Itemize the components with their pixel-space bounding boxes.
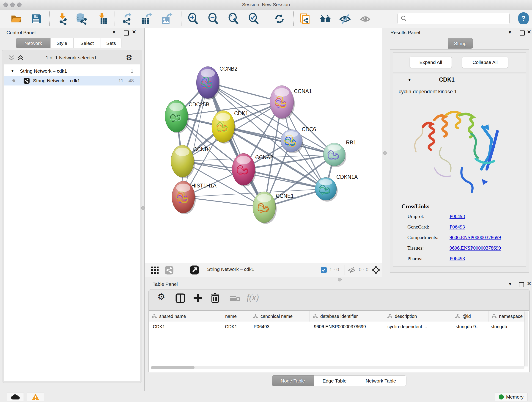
float-panel-icon[interactable]	[519, 282, 524, 287]
hide-selected-eye-icon[interactable]	[339, 13, 351, 25]
splitter-handle[interactable]	[383, 151, 387, 155]
cell-description[interactable]: cyclin-dependent ...	[384, 322, 452, 332]
expand-all-icon[interactable]	[17, 55, 24, 61]
network-node-ccnb1[interactable]: CCNB1	[171, 145, 211, 178]
horizontal-splitter-handle[interactable]	[338, 278, 342, 281]
collapse-all-icon[interactable]	[8, 55, 15, 61]
panel-menu-icon[interactable]: ▾	[509, 30, 511, 35]
zoom-fit-icon[interactable]	[228, 13, 240, 25]
cell-canonical-name[interactable]: P06493	[250, 322, 310, 332]
open-session-icon[interactable]	[10, 13, 22, 25]
search-input[interactable]	[409, 16, 509, 22]
save-session-icon[interactable]	[30, 13, 42, 25]
tab-style[interactable]: Style	[51, 38, 73, 48]
network-node-ccnb2[interactable]: CCNB2	[196, 66, 237, 100]
selected-checkbox[interactable]	[321, 267, 327, 273]
search-field[interactable]	[398, 13, 510, 24]
horizontal-scrollbar[interactable]	[151, 366, 525, 369]
network-edge[interactable]	[183, 83, 208, 197]
vertical-splitter[interactable]	[382, 28, 388, 277]
home-icon[interactable]	[319, 13, 331, 25]
expander-icon[interactable]: ▼	[11, 69, 14, 73]
tab-network[interactable]: Network	[16, 38, 51, 48]
open-in-window-icon[interactable]	[190, 265, 199, 275]
network-node-rb1[interactable]: RB1	[323, 140, 356, 167]
tab-sets[interactable]: Sets	[101, 38, 121, 48]
expand-all-button[interactable]: Expand All	[410, 57, 452, 68]
network-collection-row[interactable]: ▼ String Network – cdk1 1	[4, 66, 140, 76]
zoom-in-icon[interactable]	[187, 13, 199, 25]
delete-column-icon[interactable]	[210, 293, 220, 303]
column-header[interactable]: namespace	[488, 311, 525, 322]
center-view-icon[interactable]	[371, 265, 381, 275]
grid-view-icon[interactable]	[151, 266, 159, 274]
cell-id[interactable]: stringdb:9...	[452, 322, 488, 332]
warnings-button[interactable]	[27, 393, 44, 401]
column-header[interactable]: name	[212, 311, 250, 322]
column-header[interactable]: database identifier	[310, 311, 384, 322]
tab-string[interactable]: String	[448, 38, 473, 49]
memory-button[interactable]: Memory	[495, 393, 527, 401]
table-options-gear-icon[interactable]: ⚙	[157, 292, 165, 302]
cell-name[interactable]: CDK1	[212, 322, 250, 332]
hidden-eye-icon[interactable]	[348, 267, 355, 274]
gene-entry-header[interactable]: ▼ CDK1	[393, 74, 526, 86]
network-view-share-icon[interactable]	[165, 266, 174, 275]
float-panel-icon[interactable]	[124, 31, 129, 36]
table-row[interactable]: CDK1 CDK1 P06493 9606.ENSP00000378699 cy…	[149, 322, 529, 332]
show-all-eye-icon[interactable]	[359, 13, 371, 25]
show-columns-icon[interactable]	[175, 293, 185, 303]
close-panel-icon[interactable]: ✕	[132, 30, 136, 35]
column-header[interactable]: @id	[452, 311, 488, 322]
close-panel-icon[interactable]: ✕	[527, 281, 531, 286]
string-network-graph[interactable]: CCNB2CCNA1CDC25BCDK1CDC6RB1CCNB1CCNA2CDK…	[145, 28, 382, 263]
export-table-icon[interactable]	[141, 13, 152, 25]
crosslink-link[interactable]: P06493	[450, 213, 465, 219]
import-network-from-database-icon[interactable]	[76, 13, 88, 25]
zoom-out-icon[interactable]	[208, 13, 220, 25]
import-table-icon[interactable]	[96, 13, 108, 25]
column-header[interactable]: canonical name	[250, 311, 310, 322]
close-panel-icon[interactable]: ✕	[527, 30, 531, 35]
clear-table-icon[interactable]	[229, 295, 241, 302]
string-documents-icon[interactable]	[299, 13, 311, 25]
crosslink-link[interactable]: 9606.ENSP00000378699	[450, 245, 501, 251]
network-node-cdkn1a[interactable]: CDKN1A	[315, 174, 358, 202]
crosslink-link[interactable]: 9606.ENSP00000378699	[450, 235, 501, 240]
scrollbar-thumb[interactable]	[151, 366, 195, 369]
column-header[interactable]: shared name	[149, 311, 212, 322]
network-node-ccne1[interactable]: CCNE1	[253, 191, 294, 224]
export-image-icon[interactable]	[161, 13, 173, 25]
refresh-icon[interactable]	[273, 13, 285, 25]
cell-database-identifier[interactable]: 9606.ENSP00000378699	[310, 322, 384, 332]
network-node-ccna1[interactable]: CCNA1	[270, 85, 312, 119]
tab-select[interactable]: Select	[73, 38, 101, 48]
vertical-scrollbar[interactable]	[525, 312, 528, 366]
cloud-button[interactable]	[7, 393, 24, 401]
network-row-selected[interactable]: String Network – cdk1 11 48	[4, 76, 140, 85]
panel-menu-icon[interactable]: ▾	[113, 30, 115, 35]
network-edge[interactable]	[223, 127, 334, 154]
help-icon[interactable]: ?	[518, 12, 529, 24]
export-network-icon[interactable]	[121, 13, 133, 25]
column-header[interactable]: description	[384, 311, 452, 322]
zoom-selected-icon[interactable]	[248, 13, 260, 25]
collapse-entry-icon[interactable]: ▼	[407, 77, 412, 82]
cell-shared-name[interactable]: CDK1	[149, 322, 212, 332]
network-node-hist1h1a[interactable]: HIST1H1A	[172, 181, 217, 214]
collapse-all-button[interactable]: Collapse All	[462, 57, 508, 68]
cell-namespace[interactable]: stringdb	[488, 322, 525, 332]
tab-network-table[interactable]: Network Table	[355, 375, 406, 386]
function-builder-button[interactable]: f(x)	[247, 292, 259, 302]
crosslink-link[interactable]: P06493	[450, 224, 465, 230]
panel-splitter-handle[interactable]	[141, 206, 145, 210]
add-column-icon[interactable]	[193, 293, 203, 303]
network-view-canvas[interactable]: CCNB2CCNA1CDC25BCDK1CDC6RB1CCNB1CCNA2CDK…	[145, 28, 382, 263]
crosslink-link[interactable]: P06493	[450, 255, 465, 262]
float-panel-icon[interactable]	[520, 31, 525, 36]
import-network-icon[interactable]	[56, 13, 68, 25]
panel-menu-icon[interactable]: ▾	[509, 281, 511, 287]
tab-edge-table[interactable]: Edge Table	[314, 375, 355, 386]
tab-node-table[interactable]: Node Table	[272, 375, 314, 386]
network-options-gear-icon[interactable]: ⚙	[126, 53, 133, 62]
